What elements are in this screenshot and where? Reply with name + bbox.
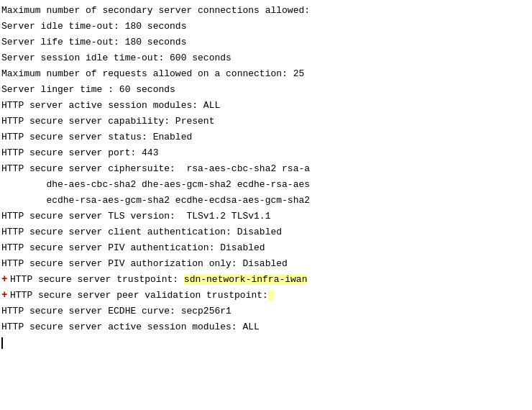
- line-text: HTTP secure server active session module…: [1, 320, 260, 334]
- terminal-line: ecdhe-rsa-aes-gcm-sha2 ecdhe-ecdsa-aes-g…: [1, 193, 531, 209]
- terminal-line: Server session idle time-out: 600 second…: [1, 50, 531, 66]
- line-text: HTTP secure server ciphersuite: rsa-aes-…: [1, 162, 310, 176]
- terminal-output: Maximum number of secondary server conne…: [0, 0, 532, 410]
- terminal-line: HTTP secure server TLS version: TLSv1.2 …: [1, 209, 531, 224]
- highlighted-value: sdn-network-infra-iwan: [184, 274, 308, 285]
- line-text: HTTP secure server PIV authentication: D…: [1, 241, 265, 255]
- terminal-line: HTTP secure server PIV authorization onl…: [1, 256, 531, 272]
- text-cursor: [1, 337, 3, 349]
- terminal-line: Maximum number of secondary server conne…: [1, 3, 531, 19]
- line-text: Server idle time-out: 180 seconds: [1, 19, 186, 34]
- line-text: HTTP secure server peer validation trust…: [10, 288, 274, 303]
- line-text: Maximum number of requests allowed on a …: [1, 67, 304, 81]
- line-text: dhe-aes-cbc-sha2 dhe-aes-gcm-sha2 ecdhe-…: [1, 178, 310, 192]
- line-text: HTTP secure server ECDHE curve: secp256r…: [1, 304, 231, 319]
- line-text: HTTP secure server PIV authorization onl…: [1, 257, 288, 271]
- line-text: HTTP server active session modules: ALL: [1, 99, 220, 113]
- terminal-line: HTTP secure server active session module…: [1, 319, 531, 335]
- line-text: HTTP secure server port: 443: [1, 146, 158, 160]
- line-text: Server session idle time-out: 600 second…: [1, 51, 231, 65]
- terminal-line: HTTP secure server ciphersuite: rsa-aes-…: [1, 161, 531, 177]
- terminal-line: HTTP secure server ECDHE curve: secp256r…: [1, 304, 531, 319]
- terminal-line: HTTP secure server PIV authentication: D…: [1, 240, 531, 256]
- line-text: HTTP secure server trustpoint: sdn-netwo…: [10, 273, 307, 287]
- terminal-line: Server linger time : 60 seconds: [1, 82, 531, 98]
- line-text: Maximum number of secondary server conne…: [1, 4, 310, 18]
- terminal-line: +HTTP secure server trustpoint: sdn-netw…: [1, 272, 531, 288]
- terminal-line: HTTP server active session modules: ALL: [1, 98, 531, 114]
- terminal-line: Maximum number of requests allowed on a …: [1, 66, 531, 82]
- line-text: HTTP secure server capability: Present: [1, 114, 214, 129]
- terminal-line: HTTP secure server capability: Present: [1, 114, 531, 129]
- terminal-line: HTTP secure server port: 443: [1, 145, 531, 161]
- cursor-line: [1, 335, 531, 351]
- line-text: ecdhe-rsa-aes-gcm-sha2 ecdhe-ecdsa-aes-g…: [1, 193, 310, 208]
- terminal-line: HTTP secure server status: Enabled: [1, 129, 531, 145]
- terminal-line: Server life time-out: 180 seconds: [1, 35, 531, 50]
- terminal-line: dhe-aes-cbc-sha2 dhe-aes-gcm-sha2 ecdhe-…: [1, 177, 531, 193]
- line-marker-icon: +: [1, 288, 7, 304]
- line-text: HTTP secure server status: Enabled: [1, 130, 192, 145]
- line-marker-icon: +: [1, 272, 7, 288]
- terminal-line: HTTP secure server client authentication…: [1, 224, 531, 240]
- terminal-line: +HTTP secure server peer validation trus…: [1, 288, 531, 304]
- terminal-line: Server idle time-out: 180 seconds: [1, 19, 531, 35]
- line-text: Server life time-out: 180 seconds: [1, 35, 186, 50]
- line-text: Server linger time : 60 seconds: [1, 83, 175, 97]
- line-text: HTTP secure server client authentication…: [1, 225, 282, 240]
- line-text: HTTP secure server TLS version: TLSv1.2 …: [1, 209, 270, 224]
- highlighted-value: [268, 290, 274, 301]
